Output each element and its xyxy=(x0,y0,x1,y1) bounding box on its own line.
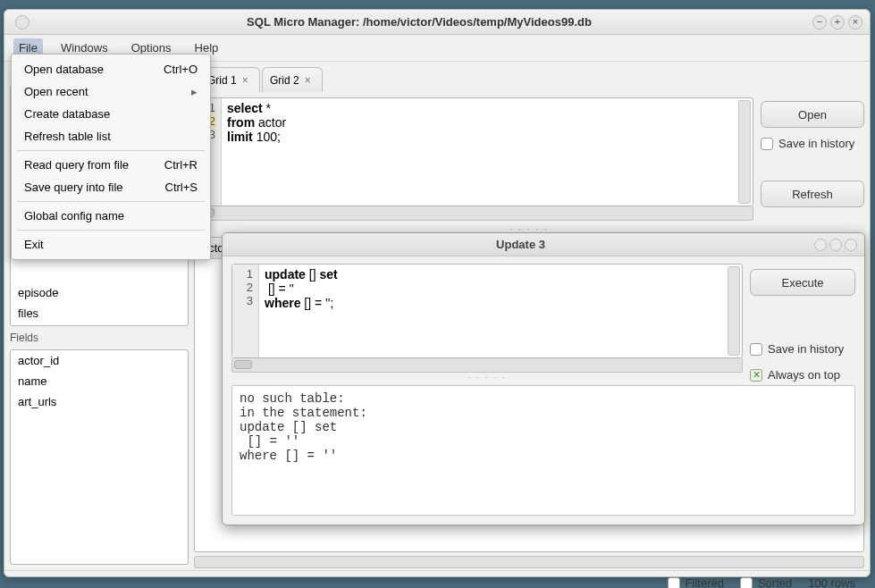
dialog-dot-icon[interactable] xyxy=(829,239,842,251)
menu-save-query-file[interactable]: Save query into fileCtrl+S xyxy=(12,176,210,198)
close-icon[interactable]: × xyxy=(848,15,862,29)
checkbox-label: Save in history xyxy=(778,137,854,150)
file-menu-dropdown: Open databaseCtrl+O Open recent▸ Create … xyxy=(11,54,211,260)
update-dialog: Update 3 1 2 3 update [] set [] = '' whe… xyxy=(222,232,865,525)
table-item-episode[interactable]: episode xyxy=(11,282,188,303)
save-history-checkbox[interactable]: Save in history xyxy=(761,137,864,150)
editor-code[interactable]: update [] set [] = '' where [] = ''; xyxy=(259,265,343,357)
field-item-art-urls[interactable]: art_urls xyxy=(11,391,188,412)
window-title: SQL Micro Manager: /home/victor/Videos/t… xyxy=(29,15,809,29)
refresh-button[interactable]: Refresh xyxy=(761,181,864,207)
row-count: 100 rows xyxy=(808,576,855,588)
maximize-icon[interactable]: + xyxy=(830,15,845,29)
grid-tabs: Grid 1 × Grid 2 × xyxy=(194,67,864,92)
checkbox-icon xyxy=(750,343,762,356)
menu-open-recent[interactable]: Open recent▸ xyxy=(12,80,210,103)
table-item-files[interactable]: files xyxy=(11,303,188,323)
menu-create-database[interactable]: Create database xyxy=(12,103,210,125)
titlebar[interactable]: SQL Micro Manager: /home/victor/Videos/t… xyxy=(4,10,870,35)
splitter-handle[interactable]: · · · · · xyxy=(231,373,743,382)
statusbar: Filtered Sorted 100 rows xyxy=(4,570,870,588)
minimize-icon[interactable]: − xyxy=(812,15,827,29)
field-item-actor-id[interactable]: actor_id xyxy=(11,350,188,371)
tab-close-icon[interactable]: × xyxy=(305,74,311,87)
dialog-title: Update 3 xyxy=(230,238,812,251)
grid-horizontal-scrollbar[interactable] xyxy=(194,556,864,568)
tab-label: Grid 1 xyxy=(207,74,237,87)
error-output[interactable]: no such table: in the statement: update … xyxy=(231,385,855,516)
dialog-save-history-checkbox[interactable]: Save in history xyxy=(750,342,855,356)
checkbox-checked-icon: ✕ xyxy=(750,369,762,382)
editor-gutter: 1 2 3 xyxy=(232,265,259,357)
menu-refresh-tables[interactable]: Refresh table list xyxy=(12,125,210,147)
vertical-scrollbar[interactable] xyxy=(738,100,751,204)
checkbox-icon xyxy=(761,138,773,150)
menu-separator xyxy=(17,201,205,202)
dialog-titlebar[interactable]: Update 3 xyxy=(223,233,864,256)
sorted-checkbox[interactable]: Sorted xyxy=(740,576,792,588)
execute-button[interactable]: Execute xyxy=(750,269,855,296)
fields-label: Fields xyxy=(10,332,189,344)
menu-global-config[interactable]: Global config name xyxy=(12,205,210,227)
update-sql-editor[interactable]: 1 2 3 update [] set [] = '' where [] = '… xyxy=(231,264,743,358)
editor-code[interactable]: select * from actor limit 100; xyxy=(222,98,291,206)
checkbox-icon xyxy=(668,577,680,589)
horizontal-scrollbar[interactable] xyxy=(231,358,743,373)
menu-read-query-file[interactable]: Read query from fileCtrl+R xyxy=(12,154,210,176)
menu-separator xyxy=(17,230,205,231)
submenu-arrow-icon: ▸ xyxy=(191,85,198,98)
always-on-top-checkbox[interactable]: ✕ Always on top xyxy=(750,368,855,382)
field-item-name[interactable]: name xyxy=(11,371,188,391)
dialog-dot-icon[interactable] xyxy=(814,239,827,251)
horizontal-scrollbar[interactable] xyxy=(194,206,753,221)
tab-close-icon[interactable]: × xyxy=(242,74,248,87)
menu-open-database[interactable]: Open databaseCtrl+O xyxy=(12,58,210,80)
fields-listbox[interactable]: actor_id name art_urls xyxy=(10,349,189,565)
tab-grid-2[interactable]: Grid 2 × xyxy=(262,67,323,92)
vertical-scrollbar[interactable] xyxy=(728,266,740,356)
checkbox-icon xyxy=(740,577,753,589)
filtered-checkbox[interactable]: Filtered xyxy=(668,576,724,588)
dialog-dot-icon[interactable] xyxy=(845,239,857,251)
open-button[interactable]: Open xyxy=(761,101,864,128)
window-menu-icon[interactable] xyxy=(15,15,29,29)
menu-exit[interactable]: Exit xyxy=(12,233,210,256)
menu-separator xyxy=(17,150,205,151)
sql-editor[interactable]: 1 2 3 select * from actor limit 100; xyxy=(194,97,753,206)
tab-label: Grid 2 xyxy=(270,74,299,87)
